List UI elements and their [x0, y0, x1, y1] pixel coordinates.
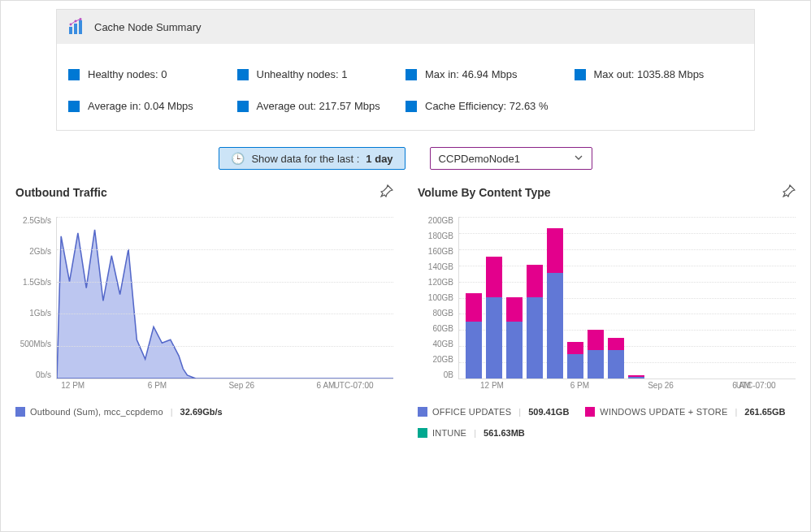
bar-segment [527, 297, 543, 378]
metric-avg-in: Average in: 0.04 Mbps [68, 100, 237, 112]
x-tick: 12 PM [61, 381, 85, 390]
svg-rect-2 [79, 20, 82, 34]
metric-avg-out: Average out: 217.57 Mbps [237, 100, 406, 112]
square-icon [15, 407, 25, 417]
metric-label: Max in: 46.94 Mbps [425, 68, 517, 80]
bar-stack [466, 293, 482, 378]
bar-stack [567, 342, 583, 378]
bar-segment [547, 273, 563, 378]
legend-item-windows: WINDOWS UPDATE + STORE | 261.65GB [585, 407, 785, 417]
bar-segment [466, 293, 482, 322]
square-icon [406, 69, 417, 80]
outbound-area-svg [57, 217, 393, 378]
y-tick: 180GB [418, 232, 453, 240]
bar-segment [567, 354, 583, 378]
pin-icon[interactable] [783, 184, 796, 201]
bar-chart-icon [68, 18, 86, 36]
legend-label: Outbound (Sum), mcc_ccpdemo [30, 407, 163, 417]
x-tick: Sep 26 [228, 381, 254, 390]
outbound-x-axis: 12 PM 6 PM Sep 26 6 AM UTC-07:00 [56, 381, 393, 396]
x-tick: Sep 26 [648, 381, 674, 390]
y-tick: 0B [418, 371, 453, 379]
time-range-prefix: Show data for the last : [251, 153, 359, 165]
legend-label: WINDOWS UPDATE + STORE [600, 407, 727, 417]
legend-value: 261.65GB [744, 407, 785, 417]
bar-stack [527, 265, 543, 378]
volume-title: Volume By Content Type [418, 186, 551, 199]
volume-bars [459, 217, 644, 378]
metrics-row: Healthy nodes: 0 Unhealthy nodes: 1 Max … [68, 58, 743, 122]
bar-segment [608, 350, 624, 378]
outbound-chart-area: 2.5Gb/s 2Gb/s 1.5Gb/s 1Gb/s 500Mb/s 0b/s… [15, 217, 393, 396]
chevron-down-icon [574, 153, 583, 165]
metric-unhealthy-nodes: Unhealthy nodes: 1 [237, 68, 406, 80]
summary-body: Healthy nodes: 0 Unhealthy nodes: 1 Max … [57, 44, 754, 130]
square-icon [237, 101, 249, 112]
y-tick: 0b/s [15, 371, 51, 379]
y-tick: 160GB [418, 248, 453, 256]
metric-label: Healthy nodes: 0 [88, 68, 167, 80]
pin-icon[interactable] [380, 184, 393, 201]
outbound-legend: Outbound (Sum), mcc_ccpdemo | 32.69Gb/s [15, 407, 393, 417]
volume-x-axis: 12 PM 6 PM Sep 26 6 AM UTC-07:00 [458, 381, 796, 396]
charts-row: Outbound Traffic 2.5Gb/s 2Gb/s 1.5Gb/s 1… [15, 184, 796, 438]
outbound-plot [56, 217, 393, 379]
y-tick: 1Gb/s [15, 309, 51, 318]
metric-label: Cache Efficiency: 72.63 % [425, 100, 549, 112]
legend-label: OFFICE UPDATES [432, 407, 511, 417]
bar-segment [506, 322, 523, 378]
square-icon [418, 428, 427, 438]
y-tick: 80GB [418, 309, 453, 318]
timezone-label: UTC-07:00 [334, 381, 374, 390]
bar-segment [567, 342, 583, 354]
time-range-value: 1 day [366, 153, 392, 165]
square-icon [575, 69, 586, 80]
bar-segment [628, 377, 644, 378]
y-tick: 200GB [418, 217, 453, 225]
cache-node-summary-card: Cache Node Summary Healthy nodes: 0 Unhe… [56, 9, 755, 131]
node-select[interactable]: CCPDemoNode1 [430, 147, 592, 170]
x-tick: 6 PM [570, 381, 589, 390]
bar-segment [506, 297, 523, 322]
x-tick: 6 AM [317, 381, 336, 390]
summary-header: Cache Node Summary [57, 10, 754, 44]
controls-row: 🕒 Show data for the last : 1 day CCPDemo… [15, 147, 796, 170]
volume-by-content-panel: Volume By Content Type 200GB 180GB 160GB… [418, 184, 796, 438]
square-icon [68, 101, 80, 112]
svg-rect-0 [69, 27, 72, 34]
bar-segment [608, 338, 624, 350]
bar-segment [486, 257, 502, 297]
x-tick: 12 PM [480, 381, 504, 390]
legend-item-intune: INTUNE | 561.63MB [418, 428, 525, 438]
metric-cache-efficiency: Cache Efficiency: 72.63 % [406, 100, 575, 112]
legend-value: 561.63MB [484, 428, 525, 438]
outbound-traffic-panel: Outbound Traffic 2.5Gb/s 2Gb/s 1.5Gb/s 1… [15, 184, 393, 438]
square-icon [418, 407, 427, 417]
metric-max-in: Max in: 46.94 Mbps [406, 68, 575, 80]
metric-healthy-nodes: Healthy nodes: 0 [68, 68, 237, 80]
bar-segment [466, 322, 482, 378]
bar-stack [506, 297, 523, 378]
volume-y-axis: 200GB 180GB 160GB 140GB 120GB 100GB 80GB… [418, 217, 457, 379]
bar-stack [588, 330, 604, 378]
node-select-value: CCPDemoNode1 [439, 153, 520, 165]
metric-label: Average in: 0.04 Mbps [88, 100, 193, 112]
y-tick: 20GB [418, 356, 453, 364]
time-range-button[interactable]: 🕒 Show data for the last : 1 day [219, 147, 405, 170]
legend-item-outbound: Outbound (Sum), mcc_ccpdemo | 32.69Gb/s [15, 407, 223, 417]
clock-icon: 🕒 [231, 152, 245, 165]
y-tick: 120GB [418, 279, 453, 287]
outbound-traffic-title: Outbound Traffic [15, 186, 107, 199]
square-icon [585, 407, 595, 417]
legend-item-office: OFFICE UPDATES | 509.41GB [418, 407, 569, 417]
volume-chart-area: 200GB 180GB 160GB 140GB 120GB 100GB 80GB… [418, 217, 796, 396]
metric-label: Average out: 217.57 Mbps [257, 100, 380, 112]
volume-legend: OFFICE UPDATES | 509.41GB WINDOWS UPDATE… [418, 407, 796, 438]
volume-plot [458, 217, 796, 379]
y-tick: 40GB [418, 340, 453, 348]
bar-segment [547, 228, 563, 273]
x-tick: 6 PM [148, 381, 167, 390]
timezone-label: UTC-07:00 [736, 381, 776, 390]
y-tick: 500Mb/s [15, 340, 51, 348]
summary-title: Cache Node Summary [94, 21, 202, 33]
